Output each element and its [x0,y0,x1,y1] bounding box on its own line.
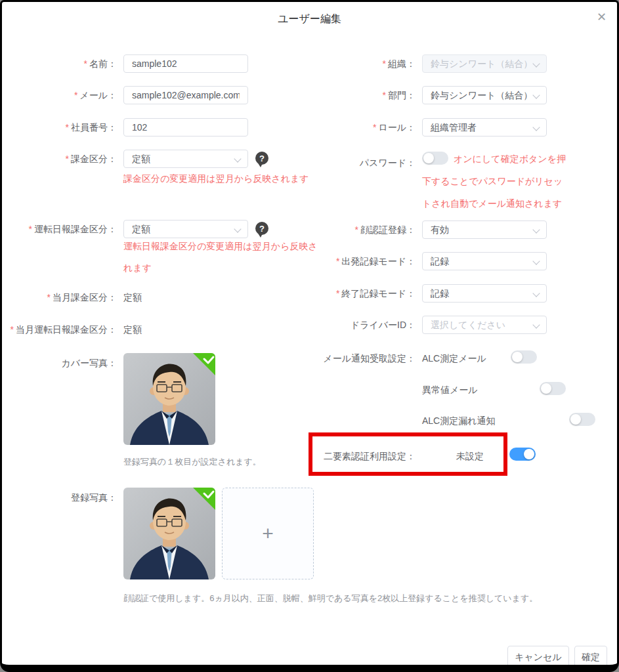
current-billing-label: *当月課金区分： [2,291,117,304]
department-select[interactable]: 鈴与シンワート（結合） [422,86,547,104]
departure-record-mode-label: *出発記録モード： [291,255,416,268]
departure-record-mode-select[interactable]: 記録 [422,252,547,270]
email-label: *メール： [2,89,117,102]
modal-title: ユーザー編集 [2,12,617,26]
cancel-button[interactable]: キャンセル [507,646,569,667]
confirm-button[interactable]: 確定 [574,646,607,667]
password-label: パスワード： [291,156,416,169]
department-label: *部門： [291,89,416,102]
name-input[interactable] [123,54,248,73]
driver-id-label: ドライバーID： [291,318,416,331]
cover-photo-note: 登録写真の１枚目が設定されます。 [123,456,261,468]
current-billing-value: 定額 [123,291,142,304]
chevron-down-icon [532,321,540,328]
end-record-mode-label: *終了記録モード： [291,287,416,300]
user-edit-modal: ユーザー編集 ✕ *名前： *メール： *社員番号： *課金区分： 定額 課金区… [0,0,619,672]
billing-label: *課金区分： [2,152,117,165]
registered-photo[interactable] [123,488,215,579]
plus-icon: + [262,522,274,545]
registered-photo-label: 登録写真： [2,491,117,504]
chevron-down-icon [532,289,540,297]
chevron-down-icon [532,123,540,131]
billing-note: 課金区分の変更適用は翌月から反映されます [123,168,309,190]
email-input[interactable] [123,86,248,104]
role-select[interactable]: 組織管理者 [422,118,547,136]
current-daily-report-billing-label: *当月運転日報課金区分： [2,323,117,336]
organization-select: 鈴与シンワート（結合） [422,54,547,73]
check-badge-icon [193,488,215,510]
password-row: オンにして確定ボタンを押下することでパスワードがリセットされ自動でメール通知され… [422,148,569,215]
cover-photo-label: カバー写真： [2,356,117,369]
two-factor-label: 二要素認証利用設定： [291,450,416,463]
chevron-down-icon [532,226,540,233]
face-recognition-label: *顔認証登録： [291,223,416,236]
two-factor-toggle[interactable] [509,448,536,461]
face-recognition-select[interactable]: 有効 [422,220,547,239]
mail-item-abnormal-toggle[interactable] [540,382,566,395]
mail-item-alc-toggle[interactable] [511,350,537,364]
billing-help-icon[interactable] [254,151,270,168]
employee-no-input[interactable] [123,118,248,136]
daily-report-billing-label: *運転日報課金区分： [2,222,117,236]
organization-label: *組織： [291,57,416,70]
close-icon[interactable]: ✕ [597,11,607,23]
mail-item-missed-label: ALC測定漏れ通知 [422,414,496,427]
two-factor-status: 未設定 [456,450,484,463]
mail-notification-label: メール通知受取設定： [291,352,416,365]
cover-photo[interactable] [123,353,215,445]
end-record-mode-select[interactable]: 記録 [422,284,547,303]
chevron-down-icon [532,91,540,98]
chevron-down-icon [532,60,540,67]
mail-item-alc-label: ALC測定メール [422,352,486,365]
billing-select[interactable]: 定額 [123,150,248,168]
mail-item-missed-toggle[interactable] [569,413,595,426]
role-label: *ロール： [291,121,416,134]
add-photo-button[interactable]: + [222,488,314,579]
chevron-down-icon [234,155,241,162]
current-daily-report-billing-value: 定額 [123,323,142,336]
registered-photo-note: 顔認証で使用します。6ヵ月以内、正面、脱帽、鮮明である写真を2枚以上登録すること… [123,593,538,604]
mail-item-abnormal-label: 異常値メール [422,383,478,396]
check-badge-icon [193,353,215,375]
driver-id-select[interactable]: 選択してください [422,316,547,334]
employee-no-label: *社員番号： [2,121,117,134]
password-toggle[interactable] [422,152,448,165]
name-label: *名前： [2,57,117,70]
chevron-down-icon [532,257,540,264]
chevron-down-icon [234,225,241,232]
